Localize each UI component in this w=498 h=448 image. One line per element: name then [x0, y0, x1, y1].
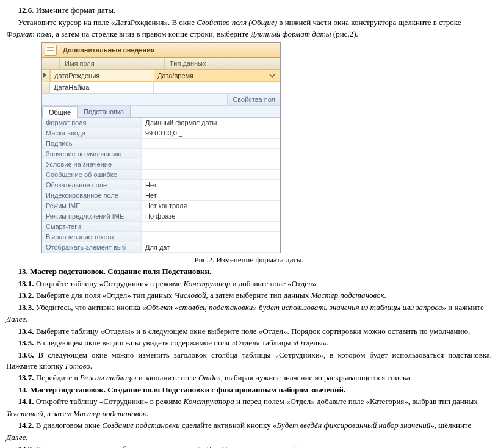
h-13: 13. Мастер подстановок. Создание поля По… [6, 266, 492, 277]
p-13-4: 13.4. Выберите таблицу «Отделы» и в след… [6, 326, 492, 337]
p-12-6: 12.6. Измените формат даты. [6, 5, 492, 16]
properties-label: Свойства пол [227, 94, 280, 105]
prop-label: Отображать элемент выб [42, 242, 142, 252]
prop-value[interactable]: Нет [142, 180, 280, 190]
prop-label: Режим IME [42, 201, 142, 211]
prop-value[interactable]: Нет контроля [142, 201, 280, 211]
prop-label: Смарт-теги [42, 222, 142, 231]
properties-divider: Свойства пол [42, 93, 280, 106]
prop-value[interactable]: Нет [142, 190, 280, 200]
prop-value[interactable] [142, 159, 280, 169]
prop-value[interactable] [142, 232, 280, 242]
p-13-7: 13.7. Перейдите в Режим таблицы и заполн… [6, 372, 492, 383]
h-14: 14. Мастер подстановок. Создание поля По… [6, 385, 492, 396]
col-field-name: Имя поля [60, 58, 165, 69]
prop-label: Сообщение об ошибке [42, 170, 142, 179]
current-row-icon [43, 73, 46, 78]
p-12-6-line2: Установите курсор на поле «ДатаРождения»… [6, 17, 492, 28]
prop-label: Условие на значение [42, 159, 142, 169]
prop-label: Обязательное поле [42, 180, 142, 190]
p-12-6-line3: Формат поля, а затем на стрелке вниз в п… [6, 29, 492, 40]
prop-value[interactable] [142, 170, 280, 179]
prop-value[interactable] [142, 222, 280, 231]
prop-label: Индексированное поле [42, 190, 142, 200]
panel-title: Дополнительные сведения [59, 44, 158, 56]
field-row[interactable]: ДатаНайма [42, 82, 280, 93]
chevron-down-icon[interactable] [269, 72, 276, 79]
field-name-cell[interactable]: датаРождения [50, 70, 154, 82]
p-13-5: 13.5. В следующем окне вы должны увидеть… [6, 338, 492, 349]
prop-label: Выравнивание текста [42, 232, 142, 242]
figure-caption: Рис.2. Изменение формата даты. [6, 255, 492, 266]
p-13-6: 13.6. В следующем окне можно изменить за… [6, 350, 492, 371]
tab-general[interactable]: Общие [42, 106, 78, 118]
p-14-2: 14.2. В диалоговом окне Создание подстан… [6, 420, 492, 431]
prop-value[interactable]: По фразе [142, 211, 280, 221]
col-data-type: Тип данных [165, 58, 280, 69]
p-14-1b: Текстовый, а затем Мастер подстановок. [6, 408, 492, 419]
access-designer-screenshot: Дополнительные сведения Имя поля Тип дан… [42, 42, 281, 253]
prop-value[interactable]: 99:00:00;0;_ [142, 128, 280, 138]
tab-lookup[interactable]: Подстановка [77, 106, 131, 117]
prop-value[interactable]: Длинный формат даты [142, 118, 280, 128]
p-13-3: 13.3. Убедитесь, что активна кнопка «Объ… [6, 302, 492, 313]
prop-value[interactable] [142, 139, 280, 148]
prop-label: Режим предложений IME [42, 211, 142, 221]
field-row[interactable]: датаРождения Дата/время [42, 70, 280, 82]
p-14-2b: Далее. [6, 432, 492, 443]
property-tabs: Общие Подстановка [42, 106, 280, 118]
p-14-3: 14.3. В следующем окне в столбце введите… [6, 444, 492, 448]
prop-label: Формат поля [42, 118, 142, 128]
prop-value[interactable]: Для дат [142, 242, 280, 252]
row-selector[interactable] [42, 82, 50, 93]
panel-header: Дополнительные сведения [42, 43, 280, 58]
grid-header: Имя поля Тип данных [42, 58, 280, 70]
row-selector[interactable] [42, 70, 50, 82]
prop-label: Подпись [42, 139, 142, 148]
prop-value[interactable] [142, 149, 280, 159]
field-name-cell[interactable]: ДатаНайма [50, 82, 154, 93]
table-icon [45, 45, 57, 56]
prop-label: Значение по умолчанию [42, 149, 142, 159]
data-type-cell[interactable]: Дата/время [154, 70, 280, 82]
p-13-3b: Далее. [6, 314, 492, 325]
p-14-1: 14.1. Откройте таблицу «Сотрудники» в ре… [6, 396, 492, 407]
data-type-cell[interactable] [154, 82, 280, 93]
property-sheet: Формат поляДлинный формат даты Маска вво… [42, 118, 280, 253]
prop-label: Маска ввода [42, 128, 142, 138]
p-13-2: 13.2. Выберите для поля «Отдел» тип данн… [6, 290, 492, 301]
p-13-1: 13.1. Откройте таблицу «Сотрудники» в ре… [6, 278, 492, 289]
